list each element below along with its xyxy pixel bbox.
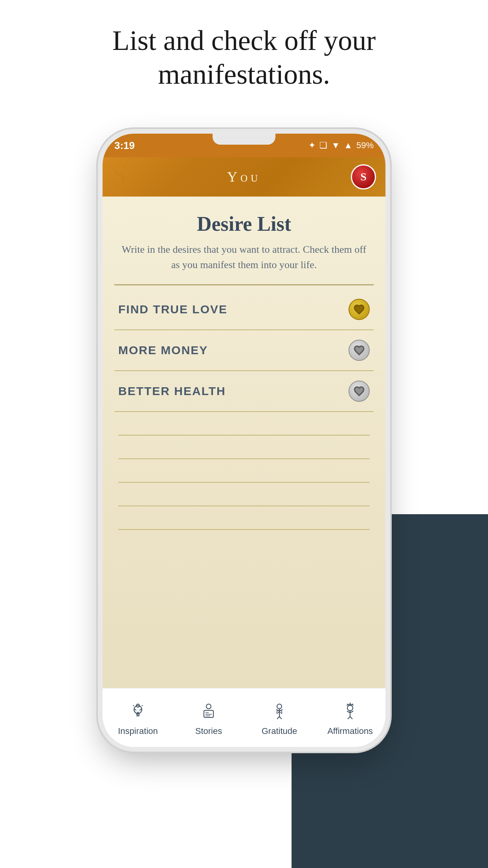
desire-item-3[interactable]: BETTER HEALTH <box>114 371 374 412</box>
svg-rect-12 <box>204 710 213 717</box>
svg-line-5 <box>142 705 143 706</box>
svg-point-11 <box>206 704 211 709</box>
affirmations-svg <box>341 702 360 721</box>
phone-mockup: 3:19 ✦ ❑ ▼ ▲ 59% You S Desire List Write… <box>103 134 385 747</box>
battery-indicator: 59% <box>356 140 374 151</box>
phone-notch <box>213 134 275 145</box>
headline-line1: List and check off your <box>112 25 376 56</box>
svg-line-24 <box>347 711 350 713</box>
desire-item-1-check[interactable] <box>349 299 370 320</box>
desire-list-subtitle: Write in the desires that you want to at… <box>118 242 370 272</box>
status-time: 3:19 <box>114 140 135 152</box>
nav-item-gratitude[interactable]: Gratitude <box>244 699 315 736</box>
signal-icon: ▲ <box>344 140 352 151</box>
svg-line-25 <box>350 711 353 713</box>
headline: List and check off your manifestations. <box>0 24 488 92</box>
desire-item-2-check[interactable] <box>349 340 370 361</box>
stories-icon <box>197 699 220 723</box>
wifi-icon: ▼ <box>331 140 340 151</box>
svg-line-27 <box>350 717 352 719</box>
nav-label-stories: Stories <box>195 726 222 736</box>
svg-line-21 <box>279 717 282 719</box>
affirmations-icon <box>338 699 362 723</box>
bottom-navigation: Inspiration Stories <box>103 688 385 747</box>
nav-item-inspiration[interactable]: Inspiration <box>103 699 173 736</box>
svg-line-4 <box>133 705 134 706</box>
desire-item-2[interactable]: MORE MONEY <box>114 330 374 371</box>
top-divider <box>114 284 374 285</box>
status-icons: ✦ ❑ ▼ ▲ 59% <box>308 140 374 151</box>
nav-item-stories[interactable]: Stories <box>173 699 244 736</box>
bluetooth-icon: ✦ <box>308 140 316 151</box>
nav-label-affirmations: Affirmations <box>327 726 373 736</box>
gratitude-icon <box>268 699 291 723</box>
avatar-button[interactable]: S <box>351 164 376 189</box>
inspiration-icon <box>126 699 150 723</box>
empty-line-2[interactable] <box>118 436 370 459</box>
nav-label-gratitude: Gratitude <box>262 726 297 736</box>
desire-item-3-check[interactable] <box>349 381 370 402</box>
svg-point-16 <box>277 704 282 709</box>
desire-item-2-text: MORE MONEY <box>118 344 208 357</box>
desire-item-1[interactable]: FIND TRUE LOVE <box>114 289 374 330</box>
svg-line-20 <box>277 717 279 719</box>
app-header: You S <box>103 157 385 197</box>
inspiration-svg <box>128 702 147 721</box>
stories-svg <box>199 702 218 721</box>
app-title: You <box>227 169 261 185</box>
avatar-letter: S <box>360 171 367 183</box>
gratitude-svg <box>270 702 289 721</box>
empty-line-5[interactable] <box>118 506 370 530</box>
desire-item-1-text: FIND TRUE LOVE <box>118 303 227 316</box>
svg-line-26 <box>348 717 350 719</box>
empty-line-1[interactable] <box>118 412 370 436</box>
vibrate-icon: ❑ <box>319 140 327 151</box>
headline-line2: manifestations. <box>158 59 330 90</box>
nav-item-affirmations[interactable]: Affirmations <box>315 699 385 736</box>
svg-point-22 <box>347 705 353 711</box>
empty-line-4[interactable] <box>118 483 370 506</box>
desire-list-content: Desire List Write in the desires that yo… <box>103 197 385 688</box>
desire-header: Desire List Write in the desires that yo… <box>103 197 385 280</box>
empty-line-3[interactable] <box>118 459 370 483</box>
nav-label-inspiration: Inspiration <box>118 726 158 736</box>
desire-list: FIND TRUE LOVE MORE MONEY BETTER H <box>103 289 385 688</box>
desire-list-title: Desire List <box>118 212 370 235</box>
desire-item-3-text: BETTER HEALTH <box>118 384 226 398</box>
